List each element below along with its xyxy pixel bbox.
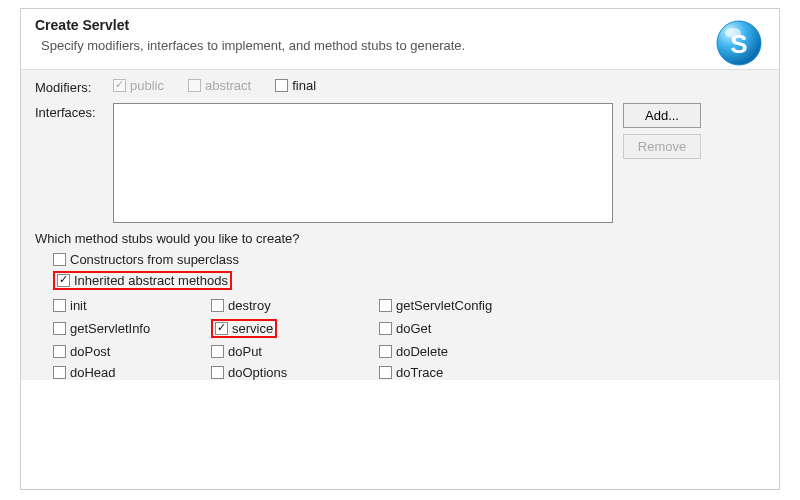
- interfaces-label: Interfaces:: [35, 103, 113, 120]
- checkbox-icon: [379, 366, 392, 379]
- add-button[interactable]: Add...: [623, 103, 701, 128]
- checkbox-icon: [379, 345, 392, 358]
- checkbox-inner: getServletConfig: [379, 298, 492, 313]
- doDelete-checkbox[interactable]: doDelete: [379, 344, 579, 359]
- checkbox-icon: [379, 299, 392, 312]
- checkbox-icon: [57, 274, 70, 287]
- inherited-label: Inherited abstract methods: [74, 273, 228, 288]
- checkbox-icon: [188, 79, 201, 92]
- init-label: init: [70, 298, 87, 313]
- checkbox-inner: doOptions: [211, 365, 287, 380]
- remove-button[interactable]: Remove: [623, 134, 701, 159]
- doHead-label: doHead: [70, 365, 116, 380]
- service-label: service: [232, 321, 273, 336]
- svg-text:S: S: [730, 29, 747, 59]
- dialog-subtitle: Specify modifiers, interfaces to impleme…: [41, 37, 561, 55]
- checkbox-icon: [53, 253, 66, 266]
- getServletConfig-label: getServletConfig: [396, 298, 492, 313]
- doPost-label: doPost: [70, 344, 110, 359]
- interfaces-row: Interfaces: Add... Remove: [35, 103, 765, 223]
- doDelete-label: doDelete: [396, 344, 448, 359]
- checkbox-icon: [53, 322, 66, 335]
- modifiers-row: Modifiers: public abstract final: [35, 78, 765, 95]
- checkbox-inner: doGet: [379, 321, 431, 336]
- checkbox-inner: doHead: [53, 365, 116, 380]
- checkbox-icon: [53, 366, 66, 379]
- checkbox-inner: destroy: [211, 298, 271, 313]
- doPut-label: doPut: [228, 344, 262, 359]
- checkbox-inner: doDelete: [379, 344, 448, 359]
- doOptions-checkbox[interactable]: doOptions: [211, 365, 379, 380]
- getServletInfo-label: getServletInfo: [70, 321, 150, 336]
- abstract-checkbox: abstract: [188, 78, 251, 93]
- final-label: final: [292, 78, 316, 93]
- checkbox-icon: [211, 366, 224, 379]
- checkbox-icon: [379, 322, 392, 335]
- doGet-label: doGet: [396, 321, 431, 336]
- stubs-question: Which method stubs would you like to cre…: [35, 231, 765, 246]
- dialog-content: Modifiers: public abstract final: [21, 70, 779, 380]
- highlight-box: Inherited abstract methods: [53, 271, 232, 290]
- doOptions-label: doOptions: [228, 365, 287, 380]
- checkbox-icon: [53, 299, 66, 312]
- abstract-label: abstract: [205, 78, 251, 93]
- checkbox-inner: doTrace: [379, 365, 443, 380]
- init-checkbox[interactable]: init: [53, 298, 211, 313]
- modifiers-label: Modifiers:: [35, 78, 113, 95]
- checkbox-icon: [275, 79, 288, 92]
- inherited-checkbox[interactable]: Inherited abstract methods: [53, 271, 765, 290]
- service-checkbox[interactable]: service: [211, 319, 379, 338]
- checkbox-icon: [211, 299, 224, 312]
- checkbox-icon: [113, 79, 126, 92]
- doHead-checkbox[interactable]: doHead: [53, 365, 211, 380]
- checkbox-icon: [53, 345, 66, 358]
- getServletInfo-checkbox[interactable]: getServletInfo: [53, 319, 211, 338]
- doGet-checkbox[interactable]: doGet: [379, 319, 579, 338]
- constructors-checkbox[interactable]: Constructors from superclass: [53, 252, 765, 267]
- checkbox-inner: init: [53, 298, 87, 313]
- servlet-icon: S: [713, 17, 765, 69]
- dialog-title: Create Servlet: [35, 17, 765, 33]
- constructors-label: Constructors from superclass: [70, 252, 239, 267]
- checkbox-inner: doPut: [211, 344, 262, 359]
- method-stubs-section: Which method stubs would you like to cre…: [35, 231, 765, 380]
- destroy-checkbox[interactable]: destroy: [211, 298, 379, 313]
- public-label: public: [130, 78, 164, 93]
- getServletConfig-checkbox[interactable]: getServletConfig: [379, 298, 579, 313]
- doTrace-checkbox[interactable]: doTrace: [379, 365, 579, 380]
- highlight-box: service: [211, 319, 277, 338]
- checkbox-inner: getServletInfo: [53, 321, 150, 336]
- create-servlet-dialog: Create Servlet Specify modifiers, interf…: [21, 9, 779, 489]
- public-checkbox: public: [113, 78, 164, 93]
- interfaces-listbox[interactable]: [113, 103, 613, 223]
- checkbox-inner: Constructors from superclass: [53, 252, 239, 267]
- doPost-checkbox[interactable]: doPost: [53, 344, 211, 359]
- checkbox-icon: [215, 322, 228, 335]
- doPut-checkbox[interactable]: doPut: [211, 344, 379, 359]
- destroy-label: destroy: [228, 298, 271, 313]
- checkbox-icon: [211, 345, 224, 358]
- checkbox-inner: doPost: [53, 344, 110, 359]
- dialog-header: Create Servlet Specify modifiers, interf…: [21, 9, 779, 70]
- doTrace-label: doTrace: [396, 365, 443, 380]
- final-checkbox[interactable]: final: [275, 78, 316, 93]
